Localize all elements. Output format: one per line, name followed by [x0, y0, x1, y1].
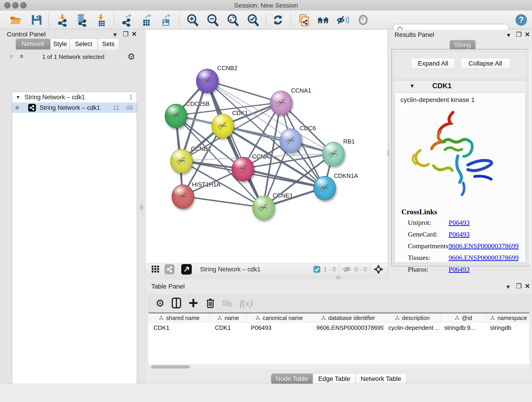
toolbar-separator [291, 14, 291, 26]
crosslink-link[interactable]: P06493 [449, 230, 470, 238]
cell-name[interactable]: CDK1 [210, 324, 246, 332]
network-row[interactable]: String Network – cdk1 11 48 [12, 102, 137, 113]
table-row[interactable]: CDK1CDK1P064939606.ENSP00000378699cyclin… [148, 323, 529, 333]
crosslink-link[interactable]: P06493 [449, 265, 470, 273]
hidden-eye-icon[interactable] [342, 265, 352, 273]
image-export-icon [159, 13, 172, 27]
network-options-gear-icon[interactable]: ⚙ [127, 51, 135, 62]
protein-thumbnail [326, 147, 340, 161]
crosslink-link[interactable]: 9606.ENSP00000378699 [449, 242, 519, 250]
results-panel-menu-icon[interactable]: ▼ [506, 32, 511, 38]
table-panel-float-icon[interactable]: ❐ [516, 282, 522, 290]
cell-database-identifier[interactable]: 9606.ENSP00000378699 [311, 324, 383, 332]
network-canvas[interactable]: CCNB2CCNA1CDC25BCDK1CDC6RB1CCNB1CCNA2CDK… [146, 30, 387, 263]
tab-network-table[interactable]: Network Table [355, 374, 406, 384]
control-panel-float-icon[interactable]: ❐ [123, 30, 128, 38]
tab-select[interactable]: Select [70, 38, 98, 50]
fit-content-crosshair-icon[interactable] [374, 264, 384, 274]
table-panel-menu-icon[interactable]: ▼ [505, 284, 511, 290]
import-network-file-button[interactable] [56, 13, 69, 27]
tab-style[interactable]: Style [51, 38, 70, 50]
zoom-out-button[interactable] [206, 13, 219, 27]
tree-expander-icon[interactable]: ▼ [16, 95, 20, 100]
clear-table-icon[interactable] [222, 299, 233, 307]
node-HIST1H1A[interactable] [172, 185, 194, 209]
function-builder-icon[interactable]: f(x) [240, 298, 253, 308]
cell-@id[interactable]: stringdb:9... [439, 324, 485, 332]
column-header-shared-name[interactable]: shared name [148, 313, 210, 322]
copy-style-button[interactable] [297, 13, 310, 27]
cell-description[interactable]: cyclin-dependent ... [383, 324, 439, 332]
column-header-namespace[interactable]: namespace [486, 313, 529, 322]
delete-column-icon[interactable] [206, 298, 215, 308]
tab-sets[interactable]: Sets [98, 38, 119, 50]
add-column-icon[interactable] [188, 298, 198, 308]
tab-network[interactable]: Network [16, 38, 51, 50]
entry-expander-icon[interactable]: ▼ [409, 83, 415, 89]
table-horizontal-scrollbar[interactable] [148, 364, 530, 370]
table-settings-gear-icon[interactable]: ⚙ [156, 297, 165, 309]
column-header-canonical-name[interactable]: canonical name [246, 313, 312, 322]
hide-selected-button[interactable] [336, 13, 349, 27]
column-header-description[interactable]: description [384, 313, 440, 322]
table-panel-close-icon[interactable]: ✕ [525, 282, 530, 290]
expand-all-button[interactable]: Expand All [411, 58, 455, 69]
tab-edge-table[interactable]: Edge Table [313, 374, 355, 384]
results-panel-close-icon[interactable]: ✕ [525, 31, 530, 38]
node-CDC25B[interactable] [165, 104, 187, 128]
node-CCNB1[interactable] [170, 149, 193, 173]
zoom-in-button[interactable] [186, 13, 199, 27]
cell-namespace[interactable]: stringdb [485, 324, 529, 332]
column-header-@id[interactable]: @id [440, 313, 486, 322]
results-panel-float-icon[interactable]: ❐ [516, 31, 522, 38]
vertical-splitter-handle[interactable] [140, 205, 143, 210]
table-toolbar: ⚙ f(x) [147, 294, 531, 312]
export-image-button[interactable] [159, 13, 172, 27]
crosslink-link[interactable]: 9606.ENSP00000378699 [449, 254, 519, 262]
show-columns-icon[interactable] [171, 297, 181, 309]
zoom-selected-button[interactable] [246, 13, 260, 27]
table-export-icon [140, 13, 153, 27]
open-session-button[interactable] [9, 13, 22, 27]
node-CCNA1[interactable] [270, 91, 292, 115]
node-RB1[interactable] [322, 142, 345, 166]
import-table-button[interactable] [94, 13, 108, 27]
column-label: name [225, 315, 239, 321]
collapse-all-button[interactable]: Collapse All [460, 58, 510, 69]
gene-entry-header[interactable]: ▼ CDK1 [393, 80, 527, 91]
open-in-window-button[interactable] [181, 264, 192, 274]
horizontal-splitter-handle[interactable] [336, 276, 341, 279]
selected-checkbox-icon[interactable] [313, 265, 321, 273]
results-scrollbar[interactable] [528, 49, 531, 265]
refresh-button[interactable] [271, 13, 285, 27]
node-CDK1[interactable] [211, 114, 234, 138]
network-collection-row[interactable]: ▼ String Network – cdk1 1 [12, 92, 137, 102]
node-CCNB2[interactable] [196, 69, 219, 93]
control-panel-menu-icon[interactable]: ▼ [112, 32, 118, 38]
help-button[interactable]: ? [515, 13, 528, 27]
tab-node-table[interactable]: Node Table [271, 374, 313, 384]
birds-eye-view-button[interactable] [151, 264, 160, 274]
cell-canonical-name[interactable]: P06493 [246, 324, 311, 332]
cell-shared-name[interactable]: CDK1 [148, 324, 210, 332]
network-type-button[interactable] [165, 264, 175, 274]
tab-string[interactable]: String [450, 40, 476, 50]
control-panel-close-icon[interactable]: ✕ [132, 30, 137, 38]
export-network-button[interactable] [121, 13, 134, 27]
scrollbar-thumb[interactable] [151, 365, 190, 369]
column-header-database-identifier[interactable]: database identifier [312, 313, 384, 322]
node-CDKN1A[interactable] [313, 176, 336, 200]
expand-collapse-section: Expand All Collapse All [393, 51, 527, 79]
crosslink-row: Tissues:9606.ENSP00000378699 [408, 254, 522, 262]
import-network-database-button[interactable] [75, 13, 88, 27]
save-session-button[interactable] [30, 13, 43, 27]
show-all-views-button[interactable] [317, 13, 330, 27]
export-table-button[interactable] [140, 13, 153, 27]
show-eye-button[interactable] [356, 13, 370, 27]
zoom-fit-button[interactable] [226, 13, 239, 27]
node-CCNA2[interactable] [232, 157, 254, 181]
crosslink-link[interactable]: P06493 [449, 219, 470, 226]
node-CCNE1[interactable] [252, 196, 275, 220]
node-CDC6[interactable] [279, 128, 302, 153]
column-header-name[interactable]: name [210, 313, 246, 322]
